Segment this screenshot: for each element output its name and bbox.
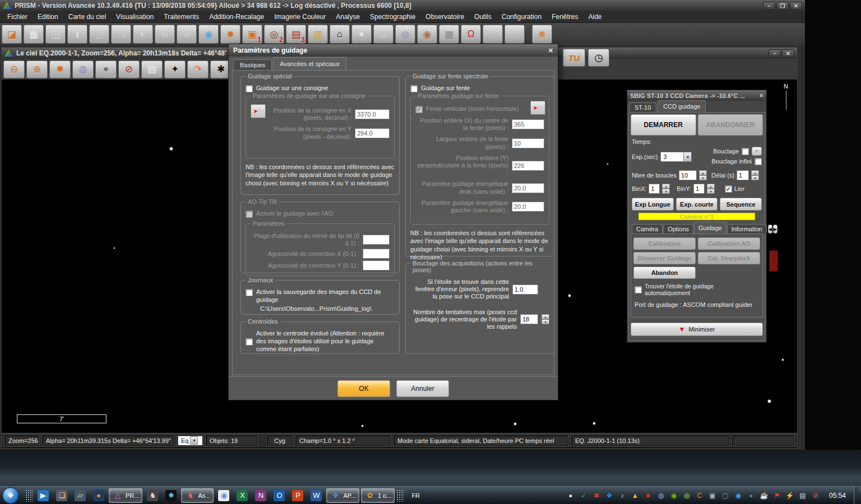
ap-app-button[interactable]: ❖ AP... xyxy=(326,488,359,503)
audio-jack-icon[interactable]: ♪ xyxy=(618,491,627,500)
tool-blank-1[interactable] xyxy=(483,25,503,44)
menu-item[interactable]: Spectrographie xyxy=(365,12,420,22)
loops-count-input[interactable] xyxy=(679,170,697,180)
ok-button[interactable]: OK xyxy=(337,380,390,397)
minimize-icon[interactable]: – xyxy=(769,49,781,58)
firefox-icon[interactable]: ● xyxy=(90,488,107,503)
minimize-icon[interactable]: – xyxy=(763,2,775,10)
ao-enable-checkbox[interactable] xyxy=(246,211,253,218)
save-icon[interactable]: ▦ xyxy=(24,25,44,44)
link-bin-checkbox[interactable] xyxy=(725,185,732,193)
menu-item[interactable]: Edition xyxy=(33,12,63,22)
start-button[interactable] xyxy=(2,487,19,504)
exposure-select[interactable]: 3 ▾ xyxy=(660,152,692,162)
print-icon[interactable]: ▤ xyxy=(141,60,163,78)
menu-item[interactable]: Analyse xyxy=(331,12,365,22)
auto-find-star-checkbox[interactable] xyxy=(635,286,642,293)
power-warning-icon[interactable]: ⚡ xyxy=(785,491,794,500)
dome-disk-icon[interactable]: ◍ xyxy=(373,25,394,44)
observatory-hat-icon[interactable]: ⌂ xyxy=(330,25,350,44)
flip-view-icon[interactable]: ↷ xyxy=(187,60,209,78)
spin-up-icon[interactable] xyxy=(707,184,715,189)
long-exposure-button[interactable]: Exp Longue xyxy=(632,198,674,211)
galaxy-disk-icon[interactable]: ✹ xyxy=(49,60,71,78)
short-exposure-button[interactable]: Exp. courte xyxy=(676,198,718,211)
menu-item[interactable]: Fichier xyxy=(2,12,33,22)
vertical-slit-checkbox[interactable] xyxy=(415,106,423,113)
spin-up-icon[interactable] xyxy=(662,184,670,189)
paint-app-button[interactable]: ✿ 1 o... xyxy=(361,488,395,503)
delay-input[interactable] xyxy=(737,170,749,180)
max-retries-input[interactable] xyxy=(520,314,538,324)
sequence-button[interactable]: Sequence xyxy=(720,198,762,211)
excel-icon[interactable]: X xyxy=(234,488,251,503)
save-guiding-images-checkbox[interactable] xyxy=(246,289,253,296)
camera-tab[interactable]: CCD guidage xyxy=(658,100,706,112)
sync-error-icon[interactable]: ✖ xyxy=(592,491,601,500)
info-icon[interactable]: ℹ xyxy=(67,25,87,44)
spin-up-icon[interactable] xyxy=(699,170,707,175)
abandon-button[interactable]: Abandon xyxy=(633,267,696,279)
spin-down-icon[interactable] xyxy=(751,175,759,180)
volume-muted-icon[interactable]: ⊘ xyxy=(811,491,820,500)
motor-focus-icon[interactable]: ▥ xyxy=(308,25,328,44)
universal-time-button[interactable]: TU xyxy=(563,49,585,67)
tip-tilt-range-input[interactable] xyxy=(363,235,390,245)
security-cat-icon[interactable]: ♞ xyxy=(144,488,161,503)
pick-position-icon[interactable]: ➤▤ xyxy=(251,104,266,118)
aggressivity-x-input[interactable] xyxy=(363,249,390,259)
usb-ok-icon[interactable]: ✓ xyxy=(579,491,588,500)
spin-up-icon[interactable] xyxy=(751,170,759,175)
filter-wheel-icon[interactable]: ✹ xyxy=(220,25,240,44)
slit-width-input[interactable] xyxy=(512,138,544,148)
prism-app-button[interactable]: △ PR... xyxy=(109,488,142,503)
abort-button[interactable]: ABANDONNER xyxy=(698,114,763,136)
menu-item[interactable]: Carte du ciel xyxy=(63,12,111,22)
open-image-icon[interactable]: ◪ xyxy=(2,25,22,44)
close-icon[interactable]: ✕ xyxy=(790,2,802,10)
menu-item[interactable]: Configuration xyxy=(497,12,547,22)
ccleaner-icon[interactable]: C xyxy=(695,491,704,500)
energy-left-input[interactable] xyxy=(512,202,544,212)
menu-item[interactable]: Addition-Recalage xyxy=(204,12,269,22)
display-icon[interactable]: ▢ xyxy=(721,491,730,500)
slit-y-input[interactable] xyxy=(512,161,544,171)
guidage-fente-checkbox[interactable] xyxy=(410,85,418,92)
spin-down-icon[interactable] xyxy=(699,175,707,180)
consigne-y-input[interactable] xyxy=(355,128,390,138)
camera-subtab[interactable]: Guidage xyxy=(694,222,726,234)
ccd-chip-icon[interactable]: ▦ xyxy=(439,25,459,44)
dual-monitor-icon[interactable]: ▣ xyxy=(708,491,717,500)
chevron-down-icon[interactable]: ▾ xyxy=(190,436,198,445)
language-indicator[interactable]: FR xyxy=(411,492,420,499)
coffee-cup-icon[interactable]: ☕ xyxy=(760,491,769,500)
dark-app-icon[interactable]: ● xyxy=(747,491,756,500)
delete-target-icon[interactable]: ⊘ xyxy=(118,60,140,78)
spinner-control[interactable] xyxy=(751,170,759,180)
biny-input[interactable] xyxy=(693,184,705,194)
cal-sharplock-button[interactable]: Cal. Sharplock xyxy=(698,252,760,264)
photo-viewer-icon[interactable]: ❏ xyxy=(53,488,70,503)
start-guiding-button[interactable]: Démarrer Guidage xyxy=(633,252,696,264)
spinner-control[interactable] xyxy=(662,184,670,194)
camera-3-icon[interactable]: ▤ 3 xyxy=(286,25,306,44)
show-desktop-button[interactable] xyxy=(854,487,859,504)
close-icon[interactable]: ✕ xyxy=(782,49,794,58)
headset-lock-icon[interactable]: ● xyxy=(566,491,575,500)
calibration-button[interactable]: Calibration xyxy=(633,237,696,250)
camera-subtab[interactable]: Information xyxy=(727,224,767,234)
spinner-control[interactable] xyxy=(699,170,707,180)
infinite-loop-checkbox[interactable] xyxy=(754,158,762,165)
zoom-plus-icon[interactable]: ⊕ xyxy=(177,25,197,44)
star-move-icon[interactable]: ✦ xyxy=(164,60,186,78)
slit-x-input[interactable] xyxy=(512,119,544,129)
energy-right-input[interactable] xyxy=(512,183,544,193)
camera-subtab[interactable]: Options xyxy=(663,224,693,234)
chrome-icon[interactable]: ◉ xyxy=(215,488,232,503)
magnet-icon[interactable]: Ω xyxy=(461,25,481,44)
camera-tab[interactable]: ST-10 xyxy=(629,102,656,112)
bluetooth-icon[interactable]: ❖ xyxy=(605,491,614,500)
menu-item[interactable]: Observatoire xyxy=(420,12,469,22)
binx-input[interactable] xyxy=(649,184,660,194)
camera-1-icon[interactable]: ▣ 1 xyxy=(242,25,262,44)
